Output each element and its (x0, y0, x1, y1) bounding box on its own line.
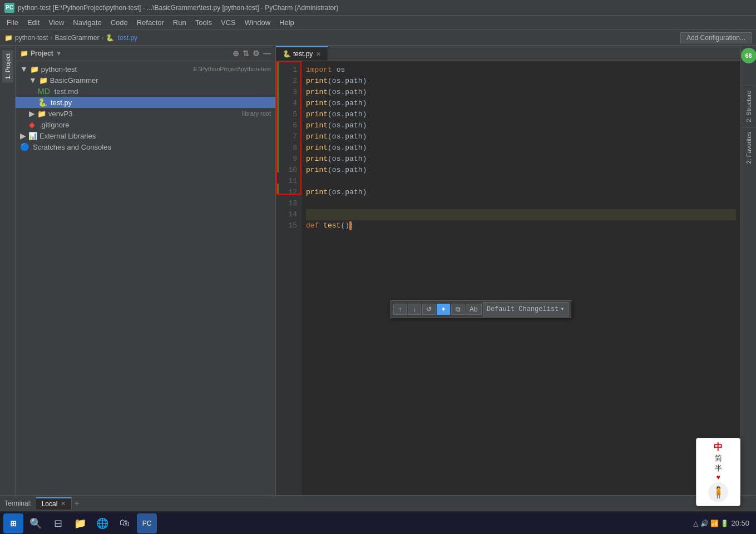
structure-tab[interactable]: 2: Structure (742, 86, 755, 127)
project-header-icons: ⊕ ⇅ ⚙ — (233, 49, 271, 58)
panel-folder-icon: 📁 (20, 50, 28, 57)
bc-grammer[interactable]: BasicGrammer (55, 34, 99, 42)
project-title: Project (31, 50, 53, 57)
terminal-label: Terminal: (4, 500, 32, 507)
code-line-14 (306, 209, 736, 220)
project-dropdown-icon[interactable]: ▼ (56, 50, 62, 57)
toolbar-undo-button[interactable]: ↺ (422, 304, 436, 315)
project-panel-header: 📁 Project ▼ ⊕ ⇅ ⚙ — (16, 46, 275, 61)
line-num-3: 3 (279, 87, 297, 98)
tree-label: test.md (55, 87, 271, 96)
toolbar-down-button[interactable]: ↓ (408, 304, 421, 315)
line-num-4: 4 (279, 98, 297, 109)
project-panel: 📁 Project ▼ ⊕ ⇅ ⚙ — ▼ 📁 python-test E:\P… (16, 46, 276, 495)
toolbar-ab-button[interactable]: Ab (466, 304, 482, 315)
tree-item-external-libs[interactable]: ▶ 📊 External Libraries (16, 130, 275, 141)
menu-tools[interactable]: Tools (191, 17, 216, 28)
menu-help[interactable]: Help (275, 17, 299, 28)
terminal-local-tab[interactable]: Local ✕ (36, 497, 72, 510)
taskbar-pycharm[interactable]: PC (137, 513, 157, 533)
bc-sep-2: › (101, 34, 103, 42)
tab-testpy[interactable]: 🐍 test.py ✕ (276, 46, 328, 61)
menu-navigate[interactable]: Navigate (68, 17, 106, 28)
tree-item-gitignore[interactable]: ◆ .gitignore (16, 119, 275, 130)
code-editor[interactable]: 1 2 3 4 5 6 7 8 9 10 11 12 13 14 15 impo… (276, 61, 740, 495)
line-num-10: 10 (279, 165, 297, 176)
add-terminal-tab[interactable]: + (74, 498, 79, 508)
menu-code[interactable]: Code (106, 17, 132, 28)
code-line-6: print(os.path) (306, 120, 736, 131)
line-num-9: 9 (279, 154, 297, 165)
dropdown-arrow: ▾ (560, 304, 564, 315)
py-icon: 🐍 (38, 98, 47, 107)
toolbar-move-button[interactable]: ✦ (437, 304, 450, 315)
add-configuration-button[interactable]: Add Configuration... (680, 32, 752, 43)
taskbar-system-tray: △ 🔊 📶 🔋 20:50 (693, 519, 749, 527)
tree-item-testpy[interactable]: 🐍 test.py (16, 97, 275, 108)
code-line-11 (306, 176, 736, 187)
taskbar-store[interactable]: 🛍 (115, 513, 135, 533)
ime-widget: 中 简 半 ♥ 🧍 (696, 438, 740, 506)
line-num-5: 5 (279, 109, 297, 120)
left-sidebar-tabs: 1: Project (0, 46, 16, 495)
gutter-empty (276, 172, 279, 184)
code-line-5: print(os.path) (306, 109, 736, 120)
line-num-15: 15 (279, 220, 297, 231)
menu-edit[interactable]: Edit (23, 17, 44, 28)
tray-icons: △ 🔊 📶 🔋 (693, 520, 729, 527)
taskbar-folder[interactable]: 📁 (70, 513, 90, 533)
changelist-dropdown[interactable]: Default Changelist ▾ (483, 302, 569, 317)
tree-item-testmd[interactable]: MD test.md (16, 86, 275, 97)
tab-label: test.py (293, 50, 313, 58)
tree-item-basicgrammer[interactable]: ▼ 📁 BasicGrammer (16, 75, 275, 86)
tab-close-button[interactable]: ✕ (316, 51, 321, 58)
taskbar-edge[interactable]: 🌐 (92, 513, 112, 533)
menu-view[interactable]: View (44, 17, 68, 28)
code-line-13 (306, 198, 736, 209)
filter-icon[interactable]: ⇅ (243, 49, 249, 58)
tree-label: python-test (41, 65, 190, 73)
menu-file[interactable]: File (2, 17, 23, 28)
gutter-green (276, 139, 279, 150)
menu-refactor[interactable]: Refactor (132, 17, 169, 28)
menu-run[interactable]: Run (169, 17, 191, 28)
folder-icon: 📁 (39, 76, 48, 85)
ime-char-ban: 半 (715, 463, 722, 473)
folder-icon: 📁 (37, 110, 46, 118)
window-title: python-test [E:\PythonProject\python-tes… (18, 4, 338, 12)
line-num-14: 14 (279, 209, 297, 220)
sidebar-item-project[interactable]: 1: Project (2, 50, 13, 82)
gutter-marker (276, 61, 279, 495)
tree-label: venvP3 (48, 110, 239, 118)
locate-icon[interactable]: ⊕ (233, 49, 239, 58)
bc-project[interactable]: python-test (15, 34, 48, 42)
py-icon: 🐍 (106, 34, 114, 42)
code-content[interactable]: import os print(os.path) print(os.path) … (302, 61, 740, 495)
toolbar-up-button[interactable]: ↑ (393, 304, 407, 315)
tree-label: Scratches and Consoles (33, 143, 271, 151)
title-bar: PC python-test [E:\PythonProject\python-… (0, 0, 756, 16)
gutter-green (276, 83, 279, 95)
tree-label: BasicGrammer (50, 76, 271, 85)
line-num-13: 13 (279, 198, 297, 209)
app-icon: PC (4, 3, 14, 13)
settings-icon[interactable]: ⚙ (253, 49, 260, 58)
tree-item-venvp3[interactable]: ▶ 📁 venvP3 library root (16, 108, 275, 119)
tree-item-scratches[interactable]: 🔵 Scratches and Consoles (16, 141, 275, 152)
menu-window[interactable]: Window (240, 17, 275, 28)
favorites-tab[interactable]: 2: Favorites (742, 127, 755, 168)
terminal-tab-close[interactable]: ✕ (61, 500, 66, 507)
taskbar-search[interactable]: 🔍 (26, 513, 46, 533)
tree-item-python-test[interactable]: ▼ 📁 python-test E:\PythonProject\python-… (16, 63, 275, 75)
ime-heart: ♥ (716, 473, 720, 481)
taskbar-start[interactable]: ⊞ (3, 513, 23, 533)
taskbar-task-view[interactable]: ⊟ (48, 513, 68, 533)
inline-toolbar: ↑ ↓ ↺ ✦ ⧉ Ab Default Changelist ▾ (391, 300, 571, 318)
line-numbers: 1 2 3 4 5 6 7 8 9 10 11 12 13 14 15 (279, 61, 302, 495)
tree-label: .gitignore (39, 121, 271, 129)
line-num-1: 1 (279, 65, 297, 76)
toolbar-copy-button[interactable]: ⧉ (451, 304, 465, 315)
menu-vcs[interactable]: VCS (216, 17, 240, 28)
folder-icon: 📁 (30, 65, 39, 73)
minimize-icon[interactable]: — (263, 49, 271, 58)
